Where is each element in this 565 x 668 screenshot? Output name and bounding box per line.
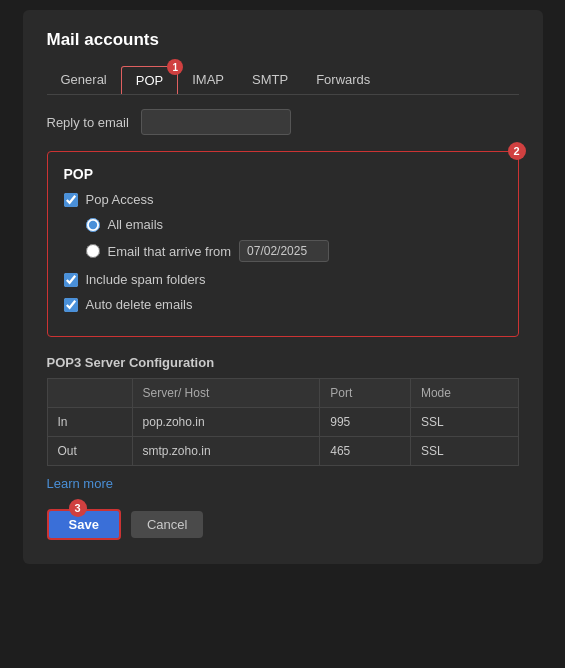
reply-to-input[interactable] <box>141 109 291 135</box>
mail-accounts-panel: Mail accounts General POP 1 IMAP SMTP Fo… <box>23 10 543 564</box>
email-from-radio[interactable] <box>86 244 100 258</box>
col-host: Server/ Host <box>132 379 320 408</box>
pop-section: 2 POP Pop Access All emails Email that a… <box>47 151 519 337</box>
cell-mode: SSL <box>410 408 518 437</box>
pop-access-label: Pop Access <box>86 192 154 207</box>
include-spam-checkbox[interactable] <box>64 273 78 287</box>
email-from-label: Email that arrive from <box>108 244 232 259</box>
auto-delete-row: Auto delete emails <box>64 297 502 312</box>
col-direction <box>47 379 132 408</box>
tab-bar: General POP 1 IMAP SMTP Forwards <box>47 66 519 95</box>
tab-imap[interactable]: IMAP <box>178 66 238 94</box>
cell-port: 995 <box>320 408 411 437</box>
table-row: Inpop.zoho.in995SSL <box>47 408 518 437</box>
save-badge: 3 <box>69 499 87 517</box>
include-spam-row: Include spam folders <box>64 272 502 287</box>
server-config-title: POP3 Server Configuration <box>47 355 519 370</box>
tab-general[interactable]: General <box>47 66 121 94</box>
server-config-table: Server/ Host Port Mode Inpop.zoho.in995S… <box>47 378 519 466</box>
col-port: Port <box>320 379 411 408</box>
radio-group: All emails Email that arrive from <box>86 217 502 262</box>
reply-to-label: Reply to email <box>47 115 129 130</box>
include-spam-label: Include spam folders <box>86 272 206 287</box>
tab-pop[interactable]: POP 1 <box>121 66 178 94</box>
tab-forwards[interactable]: Forwards <box>302 66 384 94</box>
auto-delete-checkbox[interactable] <box>64 298 78 312</box>
pop-section-title: POP <box>64 166 502 182</box>
all-emails-radio[interactable] <box>86 218 100 232</box>
pop-access-row: Pop Access <box>64 192 502 207</box>
cell-host: pop.zoho.in <box>132 408 320 437</box>
reply-to-row: Reply to email <box>47 109 519 135</box>
radio-all-emails-row: All emails <box>86 217 502 232</box>
cell-host: smtp.zoho.in <box>132 437 320 466</box>
auto-delete-label: Auto delete emails <box>86 297 193 312</box>
page-title: Mail accounts <box>47 30 519 50</box>
cancel-button[interactable]: Cancel <box>131 511 203 538</box>
table-row: Outsmtp.zoho.in465SSL <box>47 437 518 466</box>
tab-smtp[interactable]: SMTP <box>238 66 302 94</box>
cell-mode: SSL <box>410 437 518 466</box>
action-row: 3 Save Cancel <box>47 509 519 540</box>
cell-direction: Out <box>47 437 132 466</box>
cell-port: 465 <box>320 437 411 466</box>
col-mode: Mode <box>410 379 518 408</box>
radio-email-from-row: Email that arrive from <box>86 240 502 262</box>
pop-section-badge: 2 <box>508 142 526 160</box>
email-from-date-input[interactable] <box>239 240 329 262</box>
learn-more-link[interactable]: Learn more <box>47 476 519 491</box>
all-emails-label: All emails <box>108 217 164 232</box>
cell-direction: In <box>47 408 132 437</box>
pop-access-checkbox[interactable] <box>64 193 78 207</box>
